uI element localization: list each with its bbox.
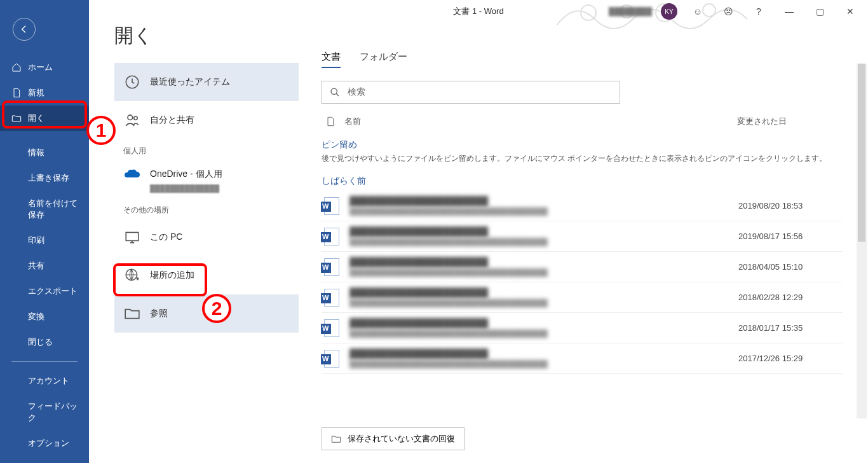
tab-folders[interactable]: フォルダー xyxy=(360,51,407,68)
file-name: ██████████████████████ xyxy=(349,196,738,206)
file-path: ████████████████████████████████████████ xyxy=(349,238,738,246)
word-file-icon xyxy=(324,289,339,307)
nav-print[interactable]: 印刷 xyxy=(0,228,89,253)
file-tabs: 文書 フォルダー xyxy=(322,51,843,68)
file-path: ████████████████████████████████████████ xyxy=(349,360,738,368)
file-name: ██████████████████████ xyxy=(349,318,738,328)
file-row[interactable]: ██████████████████████ █████████████████… xyxy=(322,221,843,252)
folder-open-icon xyxy=(11,113,22,123)
file-row[interactable]: ██████████████████████ █████████████████… xyxy=(322,343,843,374)
loc-recent[interactable]: 最近使ったアイテム xyxy=(114,63,299,101)
nav-account[interactable]: アカウント xyxy=(0,368,89,394)
loc-shared-label: 自分と共有 xyxy=(150,114,194,126)
nav-open[interactable]: 開く xyxy=(0,106,89,131)
back-button[interactable] xyxy=(13,18,36,41)
search-icon xyxy=(330,87,340,97)
page-heading: 開く xyxy=(114,23,299,49)
pin-title: ピン留め xyxy=(322,139,843,151)
nav-close[interactable]: 閉じる xyxy=(0,329,89,355)
onedrive-email: ██████████████ xyxy=(123,184,219,192)
search-input[interactable]: 検索 xyxy=(322,81,620,104)
file-meta: ██████████████████████ █████████████████… xyxy=(349,226,738,246)
loc-group-personal: 個人用 xyxy=(114,139,299,159)
word-file-icon xyxy=(324,197,339,215)
file-row[interactable]: ██████████████████████ █████████████████… xyxy=(322,313,843,343)
backstage-sidebar: ホーム 新規 開く 情報 上書き保存 名前を付けて保存 印刷 共有 エクスポート… xyxy=(0,0,89,463)
loc-browse-label: 参照 xyxy=(150,308,168,319)
section-recent-title: しばらく前 xyxy=(322,176,843,187)
file-name: ██████████████████████ xyxy=(349,287,738,298)
folder-icon xyxy=(123,305,141,322)
globe-plus-icon xyxy=(123,266,141,284)
loc-thispc-label: この PC xyxy=(150,232,182,243)
header-modified[interactable]: 変更された日 xyxy=(737,116,839,127)
onedrive-icon xyxy=(123,165,141,183)
loc-addplace-label: 場所の追加 xyxy=(150,270,194,281)
loc-group-other: その他の場所 xyxy=(114,198,299,218)
file-meta: ██████████████████████ █████████████████… xyxy=(349,196,738,216)
loc-thispc[interactable]: この PC xyxy=(114,218,299,256)
file-meta: ██████████████████████ █████████████████… xyxy=(349,257,738,277)
file-date: 2018/01/17 15:35 xyxy=(738,323,840,333)
loc-shared[interactable]: 自分と共有 xyxy=(114,101,299,139)
word-file-icon xyxy=(324,319,339,337)
document-icon xyxy=(325,115,336,128)
home-icon xyxy=(11,62,22,73)
pc-icon xyxy=(123,228,141,246)
file-date: 2019/08/20 18:53 xyxy=(738,201,840,211)
word-file-icon xyxy=(324,228,339,245)
file-list-panel: 文書 フォルダー 検索 名前 変更された日 ピン留め 後で見つけやすいようにファ… xyxy=(299,0,868,463)
list-header: 名前 変更された日 xyxy=(322,109,843,134)
file-meta: ██████████████████████ █████████████████… xyxy=(349,318,738,338)
nav-open-label: 開く xyxy=(28,113,44,124)
file-date: 2019/08/17 15:56 xyxy=(738,232,840,241)
recover-unsaved-button[interactable]: 保存されていない文書の回復 xyxy=(322,427,465,450)
word-file-icon xyxy=(324,350,339,368)
tab-documents[interactable]: 文書 xyxy=(322,51,341,68)
nav-home[interactable]: ホーム xyxy=(0,55,89,80)
pin-section: ピン留め 後で見つけやすいようにファイルをピン留めします。ファイルにマウス ポイ… xyxy=(322,139,843,164)
file-row[interactable]: ██████████████████████ █████████████████… xyxy=(322,252,843,282)
nav-info[interactable]: 情報 xyxy=(0,140,89,165)
annotation-circle-1: 1 xyxy=(86,116,116,145)
scrollbar[interactable] xyxy=(857,64,867,418)
recover-label: 保存されていない文書の回復 xyxy=(348,433,455,445)
file-meta: ██████████████████████ █████████████████… xyxy=(349,287,738,307)
file-path: ████████████████████████████████████████ xyxy=(349,268,738,277)
file-name: ██████████████████████ xyxy=(349,349,738,359)
scrollbar-thumb[interactable] xyxy=(858,64,865,242)
svg-point-6 xyxy=(134,116,137,120)
header-name[interactable]: 名前 xyxy=(344,116,361,127)
file-path: ████████████████████████████████████████ xyxy=(349,329,738,338)
nav-convert[interactable]: 変換 xyxy=(0,304,89,329)
nav-export[interactable]: エクスポート xyxy=(0,279,89,304)
nav-feedback[interactable]: フィードバック xyxy=(0,394,89,431)
sidebar-divider xyxy=(11,361,78,362)
file-date: 2018/02/28 12:29 xyxy=(738,293,840,302)
loc-addplace[interactable]: 場所の追加 xyxy=(114,256,299,294)
search-placeholder: 検索 xyxy=(348,86,365,98)
nav-new-label: 新規 xyxy=(28,87,44,99)
loc-onedrive[interactable]: OneDrive - 個人用 ██████████████ xyxy=(114,159,299,198)
svg-point-5 xyxy=(128,115,133,120)
svg-rect-7 xyxy=(126,232,139,240)
word-file-icon xyxy=(324,258,339,276)
file-date: 2018/04/05 15:10 xyxy=(738,262,840,272)
nav-new[interactable]: 新規 xyxy=(0,80,89,106)
nav-saveas[interactable]: 名前を付けて保存 xyxy=(0,191,89,228)
file-date: 2017/12/26 15:29 xyxy=(738,354,840,363)
nav-share[interactable]: 共有 xyxy=(0,253,89,279)
annotation-circle-2: 2 xyxy=(202,294,231,323)
folder-icon xyxy=(331,434,341,443)
pin-desc: 後で見つけやすいようにファイルをピン留めします。ファイルにマウス ポインターを合… xyxy=(322,153,843,164)
nav-options[interactable]: オプション xyxy=(0,431,89,456)
file-row[interactable]: ██████████████████████ █████████████████… xyxy=(322,191,843,221)
file-name: ██████████████████████ xyxy=(349,226,738,237)
nav-save[interactable]: 上書き保存 xyxy=(0,165,89,191)
file-meta: ██████████████████████ █████████████████… xyxy=(349,349,738,368)
file-path: ████████████████████████████████████████ xyxy=(349,299,738,307)
svg-point-9 xyxy=(331,88,337,94)
clock-icon xyxy=(123,73,141,91)
file-name: ██████████████████████ xyxy=(349,257,738,267)
file-row[interactable]: ██████████████████████ █████████████████… xyxy=(322,282,843,313)
